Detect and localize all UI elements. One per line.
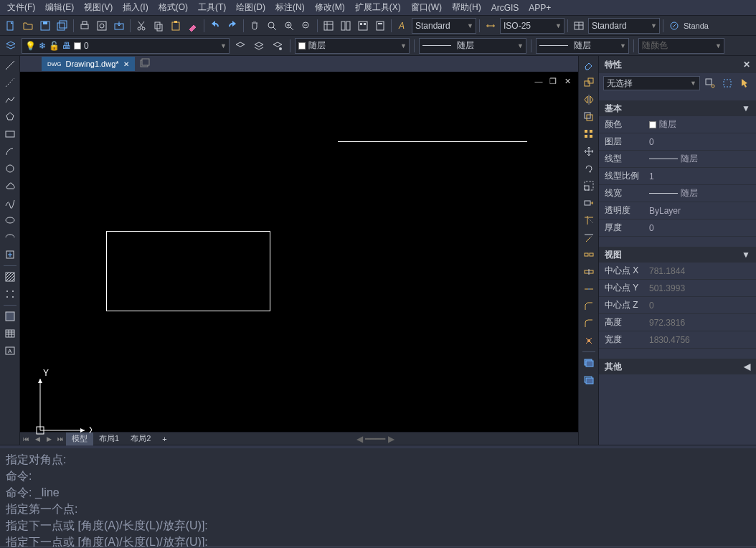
menu-modify[interactable]: 修改(M) xyxy=(311,0,349,15)
cut-icon[interactable] xyxy=(133,18,149,34)
pan-icon[interactable] xyxy=(247,18,263,34)
select-objects-icon[interactable] xyxy=(720,76,734,90)
open-file-icon[interactable] xyxy=(20,18,36,34)
color-dropdown[interactable]: 随层 ▼ xyxy=(295,38,410,54)
properties-title-bar[interactable]: 特性 ✕ xyxy=(599,56,756,73)
save-icon[interactable] xyxy=(37,18,53,34)
close-icon[interactable]: ✕ xyxy=(743,60,750,70)
rotate-icon[interactable] xyxy=(581,161,597,176)
layer-prev-icon[interactable] xyxy=(232,38,248,54)
prop-row-layer[interactable]: 图层0 xyxy=(599,133,756,151)
table-icon[interactable] xyxy=(2,326,18,341)
print-icon[interactable] xyxy=(77,18,93,34)
drawing-canvas[interactable]: — ❐ ✕ X Y xyxy=(20,72,578,432)
command-history[interactable]: 指定对角点: 命令: 命令: _line 指定第一个点: 指定下一点或 [角度(… xyxy=(0,448,756,547)
close-viewport-icon[interactable]: ✕ xyxy=(562,76,572,86)
arc-icon[interactable] xyxy=(2,143,18,159)
drawn-rectangle[interactable] xyxy=(106,231,270,311)
ellipse-arc-icon[interactable] xyxy=(2,230,18,245)
construction-line-icon[interactable] xyxy=(2,75,18,90)
menu-help[interactable]: 帮助(H) xyxy=(448,0,486,15)
menu-format[interactable]: 格式(O) xyxy=(154,0,192,15)
layer-stack-icon[interactable] xyxy=(581,355,597,371)
menu-window[interactable]: 窗口(W) xyxy=(407,0,446,15)
layer-match-icon[interactable] xyxy=(270,38,285,54)
tab-layout1[interactable]: 布局1 xyxy=(93,433,125,445)
layer-manager-icon[interactable] xyxy=(3,38,19,54)
menu-dim[interactable]: 标注(N) xyxy=(271,0,309,15)
document-tab-list-icon[interactable] xyxy=(138,57,152,71)
undo-icon[interactable] xyxy=(207,18,223,34)
move-icon[interactable] xyxy=(581,143,597,159)
calculator-icon[interactable] xyxy=(372,18,388,34)
scale-icon[interactable] xyxy=(581,178,597,194)
design-center-icon[interactable] xyxy=(338,18,354,34)
tab-add[interactable]: + xyxy=(156,433,172,445)
hatch-icon[interactable] xyxy=(2,269,18,285)
publish-icon[interactable] xyxy=(111,18,127,34)
menu-ext[interactable]: 扩展工具(X) xyxy=(351,0,405,15)
zoom-window-icon[interactable] xyxy=(281,18,297,34)
close-icon[interactable]: ✕ xyxy=(123,60,129,68)
region-icon[interactable] xyxy=(2,308,18,324)
rectangle-icon[interactable] xyxy=(2,126,18,142)
tab-layout2[interactable]: 布局2 xyxy=(125,433,156,445)
props-section-basic[interactable]: 基本 ▼ xyxy=(599,100,756,116)
layer-states-icon[interactable] xyxy=(251,38,267,54)
props-section-view[interactable]: 视图 ▼ xyxy=(599,247,756,263)
annot-style-icon[interactable] xyxy=(666,18,682,34)
text-icon[interactable]: A xyxy=(2,343,18,359)
text-style-dropdown[interactable]: Standard▼ xyxy=(412,18,476,34)
line-icon[interactable] xyxy=(2,57,18,73)
copy-icon[interactable] xyxy=(151,18,166,34)
chamfer-icon[interactable] xyxy=(581,298,597,314)
toggle-pickadd-icon[interactable] xyxy=(737,76,752,90)
polygon-icon[interactable] xyxy=(2,109,18,125)
dim-style-dropdown[interactable]: ISO-25▼ xyxy=(500,18,564,34)
plot-style-dropdown[interactable]: 随颜色 ▼ xyxy=(638,38,724,54)
point-icon[interactable] xyxy=(2,286,18,302)
maximize-viewport-icon[interactable]: ❐ xyxy=(548,76,558,86)
layer-dropdown[interactable]: 💡 ❄ 🔓 🖶 0 ▼ xyxy=(22,38,230,54)
selection-dropdown[interactable]: 无选择 ▼ xyxy=(603,76,700,90)
offset-icon[interactable] xyxy=(581,109,597,125)
prop-row-linetype[interactable]: 线型随层 xyxy=(599,151,756,168)
join-icon[interactable] xyxy=(581,281,597,297)
trim-icon[interactable] xyxy=(581,212,597,228)
menu-appplus[interactable]: APP+ xyxy=(524,1,555,14)
text-style-icon[interactable]: A xyxy=(394,18,410,34)
horizontal-scrollbar[interactable]: ◀ ━━━━ ▶ xyxy=(173,435,578,443)
fillet-icon[interactable] xyxy=(581,316,597,331)
lineweight-dropdown[interactable]: 随层 ▼ xyxy=(536,38,629,54)
revcloud-icon[interactable] xyxy=(2,178,18,194)
prop-row-lineweight[interactable]: 线宽随层 xyxy=(599,185,756,202)
menu-file[interactable]: 文件(F) xyxy=(3,0,39,15)
menu-draw[interactable]: 绘图(D) xyxy=(232,0,270,15)
print-preview-icon[interactable] xyxy=(94,18,110,34)
props-section-other[interactable]: 其他 ◀ xyxy=(599,359,756,374)
redo-icon[interactable] xyxy=(225,18,240,34)
drawn-line[interactable] xyxy=(338,141,527,142)
polyline-icon[interactable] xyxy=(2,92,18,108)
layer-change-icon[interactable] xyxy=(581,372,597,388)
menu-tools[interactable]: 工具(T) xyxy=(194,0,230,15)
break-icon[interactable] xyxy=(581,247,597,263)
prop-row-thickness[interactable]: 厚度0 xyxy=(599,219,756,237)
array-icon[interactable] xyxy=(581,126,597,142)
new-file-icon[interactable] xyxy=(3,18,19,34)
paste-icon[interactable] xyxy=(168,18,184,34)
tool-palettes-icon[interactable] xyxy=(355,18,371,34)
insert-block-icon[interactable] xyxy=(2,247,18,263)
minimize-viewport-icon[interactable]: — xyxy=(534,76,544,86)
mirror-icon[interactable] xyxy=(581,92,597,108)
document-tab-active[interactable]: DWG Drawing1.dwg* ✕ xyxy=(42,57,135,71)
erase-icon[interactable] xyxy=(581,57,597,73)
stretch-icon[interactable] xyxy=(581,195,597,211)
linetype-dropdown[interactable]: 随层 ▼ xyxy=(419,38,526,54)
prop-row-color[interactable]: 颜色随层 xyxy=(599,116,756,133)
menu-arcgis[interactable]: ArcGIS xyxy=(487,1,524,14)
ellipse-icon[interactable] xyxy=(2,212,18,228)
zoom-realtime-icon[interactable] xyxy=(264,18,280,34)
menu-view[interactable]: 视图(V) xyxy=(80,0,117,15)
quick-select-icon[interactable] xyxy=(703,76,717,90)
